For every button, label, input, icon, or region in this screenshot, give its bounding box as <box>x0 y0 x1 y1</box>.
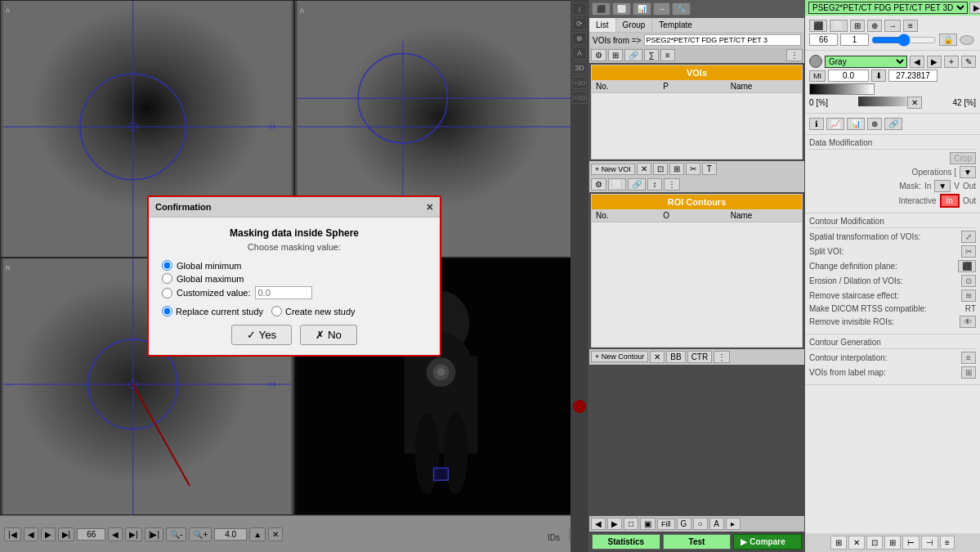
arrow-down-icon[interactable]: ⬇ <box>871 70 886 82</box>
rp-lock-btn[interactable]: 🔒 <box>939 34 957 46</box>
dialog-close-btn[interactable]: × <box>427 200 433 213</box>
tab-template[interactable]: Template <box>652 18 699 32</box>
roi-btn2[interactable]: ⬜ <box>608 178 626 191</box>
radio-global-min[interactable] <box>162 260 172 271</box>
rp-icon2[interactable]: ⬜ <box>830 20 848 32</box>
bc-left[interactable]: ◀ <box>591 518 606 530</box>
bc-right[interactable]: ▶ <box>607 518 622 530</box>
rp-nav-btn[interactable]: ▶ <box>969 2 980 14</box>
crop-btn[interactable]: Crop <box>950 152 976 164</box>
voi-split-btn[interactable]: ✂ <box>686 163 700 175</box>
mid-tool-3[interactable]: 📊 <box>633 2 651 16</box>
yes-button[interactable]: ✓ Yes <box>231 325 292 345</box>
compare-btn[interactable]: ▶ Compare <box>733 534 802 550</box>
test-btn[interactable]: Test <box>663 534 732 550</box>
no-button[interactable]: ✗ No <box>300 325 357 345</box>
bc-expand[interactable]: ▸ <box>726 518 741 530</box>
br-btn4[interactable]: ⊞ <box>884 536 901 550</box>
voi-more-btn[interactable]: ≡ <box>660 49 675 61</box>
br-btn5[interactable]: ⊢ <box>902 536 920 550</box>
roi-btn4[interactable]: ↕ <box>647 178 662 191</box>
roi-settings-btn[interactable]: ⚙ <box>591 178 606 191</box>
min-value-input[interactable] <box>828 70 869 82</box>
contour-ctr-btn[interactable]: CTR <box>687 351 713 363</box>
chart-icon[interactable]: 📈 <box>826 118 844 130</box>
vois-from-input[interactable] <box>644 34 801 46</box>
interpolation-btn[interactable]: ≡ <box>961 352 976 364</box>
radio-customized[interactable] <box>162 288 172 298</box>
br-btn2[interactable]: ✕ <box>848 536 865 550</box>
tab-list[interactable]: List <box>589 18 616 32</box>
voi-delete-btn[interactable]: ✕ <box>637 163 651 175</box>
radio-replace[interactable] <box>162 306 172 316</box>
tab-group[interactable]: Group <box>616 18 653 32</box>
mid-tool-1[interactable]: ⬛ <box>592 2 611 16</box>
voi-merge-btn[interactable]: ⊞ <box>669 163 684 175</box>
contour-x-btn[interactable]: ✕ <box>650 351 665 363</box>
mi-icon[interactable]: MI <box>809 70 826 82</box>
cm-prev-btn[interactable]: ◀ <box>910 56 924 68</box>
slice-slider[interactable] <box>871 35 937 45</box>
bc-g[interactable]: G <box>677 518 691 530</box>
cross-icon[interactable]: ⊕ <box>867 118 882 130</box>
statistics-btn[interactable]: Statistics <box>592 534 660 550</box>
new-voi-btn[interactable]: + New VOI <box>591 164 635 175</box>
scissors-icon[interactable]: ✕ <box>907 96 922 109</box>
contour-bb-btn[interactable]: BB <box>666 351 685 363</box>
radio-replace-label[interactable]: Replace current study <box>162 306 263 316</box>
voi-label-btn[interactable]: ⊞ <box>961 366 976 379</box>
invisible-btn[interactable]: 👁 <box>960 316 976 328</box>
voi-calc-btn[interactable]: ∑ <box>644 49 659 61</box>
series-dropdown[interactable]: PSEG2*PET/CT FDG PET/CT PET 3D <box>808 2 968 14</box>
new-contour-btn[interactable]: + New Contour <box>591 351 648 362</box>
slice-input2[interactable] <box>840 34 869 46</box>
rp-icon1[interactable]: ⬛ <box>809 20 827 32</box>
cm-next-btn[interactable]: ▶ <box>927 56 942 68</box>
voi-copy-btn[interactable]: ⊞ <box>608 49 623 61</box>
roi-btn3[interactable]: 🔗 <box>628 178 646 191</box>
radio-global-min-label[interactable]: Global minimum <box>162 260 427 271</box>
bc-square[interactable]: □ <box>624 518 638 530</box>
mid-tool-2[interactable]: ⬜ <box>612 2 631 16</box>
hist-icon[interactable]: 📊 <box>847 118 865 130</box>
rp-icon6[interactable]: ≡ <box>903 20 918 32</box>
voi-dup-btn[interactable]: ⊡ <box>653 163 668 175</box>
rp-icon4[interactable]: ⊕ <box>867 20 882 32</box>
bc-fill[interactable]: ▣ <box>640 518 656 530</box>
br-btn1[interactable]: ⊞ <box>830 536 847 550</box>
info-icon[interactable]: ℹ <box>809 118 824 130</box>
link-icon[interactable]: 🔗 <box>884 118 902 130</box>
rp-icon3[interactable]: ⊞ <box>850 20 865 32</box>
bc-a[interactable]: A <box>709 518 724 530</box>
cm-edit-btn[interactable]: ✎ <box>961 56 976 68</box>
contour-more-btn[interactable]: ⋮ <box>714 351 730 363</box>
max-value-input[interactable] <box>888 70 937 82</box>
radio-create-new[interactable] <box>271 306 282 316</box>
br-btn7[interactable]: ≡ <box>940 536 955 550</box>
slice-input1[interactable] <box>809 34 838 46</box>
radio-create-label[interactable]: Create new study <box>271 306 356 316</box>
custom-value-input[interactable] <box>255 286 312 299</box>
radio-global-max[interactable] <box>162 273 172 284</box>
cm-add-btn[interactable]: + <box>944 56 959 68</box>
br-btn3[interactable]: ⊡ <box>866 536 883 550</box>
voi-text-btn[interactable]: T <box>702 163 717 175</box>
bc-fill-text[interactable]: Fill <box>657 518 675 530</box>
voi-settings-btn[interactable]: ⚙ <box>591 49 606 61</box>
voi-link-btn[interactable]: 🔗 <box>624 49 642 61</box>
mid-tool-4[interactable]: → <box>653 2 670 16</box>
rp-icon5[interactable]: → <box>884 20 901 32</box>
change-def-btn[interactable]: ⬛ <box>958 260 976 272</box>
spatial-btn[interactable]: ⤢ <box>961 231 976 243</box>
erosion-btn[interactable]: ⊙ <box>961 275 976 287</box>
roi-btn5[interactable]: ⋮ <box>664 178 680 191</box>
mid-tool-5[interactable]: 🔧 <box>672 2 691 16</box>
radio-customized-label[interactable]: Customized value: <box>162 286 427 299</box>
mask-in-dropdown[interactable]: ▼ <box>934 180 951 192</box>
radio-global-max-label[interactable]: Global maximum <box>162 273 427 284</box>
staircase-btn[interactable]: ≋ <box>961 289 976 302</box>
operations-dropdown-btn[interactable]: ▼ <box>960 166 976 178</box>
interactive-in-btn[interactable]: In <box>940 194 960 208</box>
br-btn6[interactable]: ⊣ <box>921 536 938 550</box>
voi-extra-btn[interactable]: ⋮ <box>786 49 803 61</box>
